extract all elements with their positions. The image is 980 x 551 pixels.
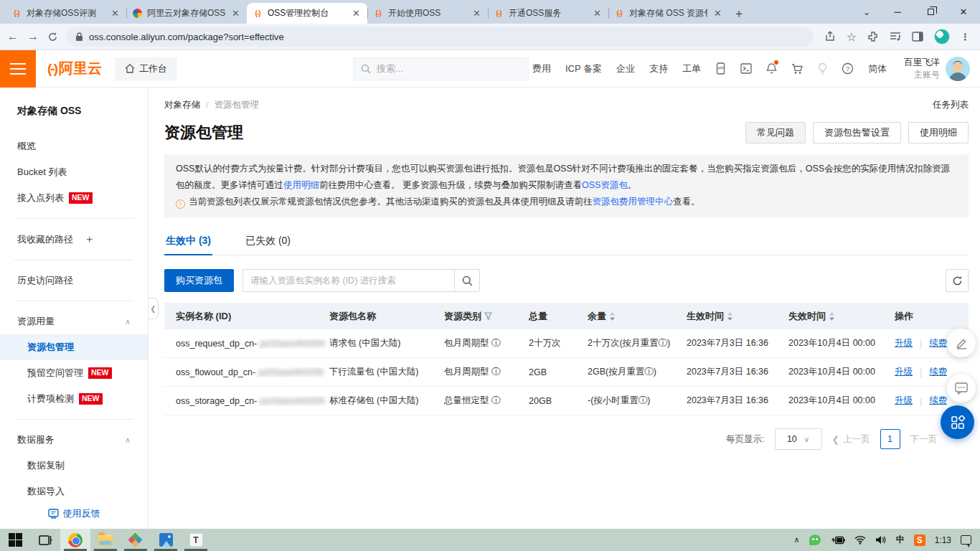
prev-page-button[interactable]: ❮ 上一页	[832, 433, 870, 446]
tab-close-icon[interactable]: ✕	[350, 8, 362, 19]
user-block[interactable]: 百里飞洋 主账号	[904, 57, 970, 81]
buy-package-button[interactable]: 购买资源包	[164, 269, 234, 292]
forward-icon[interactable]: →	[27, 30, 39, 43]
wifi-icon[interactable]	[854, 535, 866, 545]
renew-link[interactable]: 续费	[929, 366, 947, 378]
tray-expand-icon[interactable]: ∧	[794, 535, 800, 545]
sort-icon[interactable]	[727, 312, 733, 321]
hamburger-menu-icon[interactable]	[0, 50, 36, 88]
tab-close-icon[interactable]: ✕	[712, 8, 724, 19]
support-chat-button[interactable]	[947, 374, 976, 402]
side-panel-icon[interactable]	[912, 32, 923, 42]
nav-link-icp[interactable]: ICP 备案	[565, 62, 602, 75]
tab-expired[interactable]: 已失效 (0)	[244, 227, 292, 255]
sort-icon[interactable]	[609, 312, 616, 321]
extensions-puzzle-icon[interactable]	[867, 31, 879, 42]
browser-tab-2[interactable]: 阿里云对象存储OSS评 ✕	[126, 3, 247, 24]
upgrade-link[interactable]: 升级	[895, 337, 913, 349]
tab-search-chevron-icon[interactable]: ⌄	[852, 7, 881, 17]
sidebar-group-usage[interactable]: 资源用量 ∧	[0, 309, 148, 334]
workbench-button[interactable]: 工作台	[115, 57, 177, 80]
share-icon[interactable]	[824, 31, 836, 42]
taskbar-file-explorer[interactable]	[90, 529, 121, 551]
task-view-button[interactable]	[30, 529, 60, 551]
sidebar-item-package-mgmt[interactable]: 资源包管理	[0, 334, 148, 360]
refresh-button[interactable]	[946, 269, 969, 292]
nav-link-support[interactable]: 支持	[649, 62, 668, 75]
clock[interactable]: 1:13	[935, 535, 951, 545]
add-favorite-icon[interactable]: ＋	[84, 232, 95, 246]
task-list-link[interactable]: 任务列表	[933, 99, 969, 111]
action-center-icon[interactable]	[961, 535, 971, 545]
sidebar-item-data-import[interactable]: 数据导入	[0, 479, 148, 504]
bookmark-star-icon[interactable]: ☆	[847, 30, 857, 44]
terminal-icon[interactable]	[740, 63, 752, 74]
upgrade-link[interactable]: 升级	[895, 395, 913, 407]
tab-close-icon[interactable]: ✕	[109, 8, 121, 19]
browser-tab-1[interactable]: 对象存储OSS评测 ✕	[6, 3, 126, 24]
browser-tab-6[interactable]: 对象存储 OSS 资源包 ✕	[608, 3, 729, 24]
quick-nav-button[interactable]	[941, 405, 974, 439]
feedback-button[interactable]: 使用反馈	[0, 507, 148, 520]
renew-link[interactable]: 续费	[929, 337, 947, 349]
taskbar-text-app[interactable]: T	[181, 529, 211, 551]
filter-funnel-icon[interactable]	[484, 312, 492, 320]
browser-tab-4[interactable]: 开始使用OSS ✕	[367, 3, 488, 24]
oss-package-link[interactable]: OSS资源包	[582, 180, 628, 190]
lightbulb-icon[interactable]	[818, 62, 827, 75]
wechat-icon[interactable]	[809, 534, 821, 545]
next-page-button[interactable]: 下一页	[910, 433, 938, 446]
browser-profile-avatar[interactable]	[934, 29, 950, 44]
tab-close-icon[interactable]: ✕	[471, 8, 483, 19]
sidebar-item-data-copy[interactable]: 数据复制	[0, 453, 148, 479]
sidebar-collapse-handle[interactable]: ❮	[149, 298, 159, 319]
volume-icon[interactable]	[875, 535, 887, 545]
browser-tab-5[interactable]: 开通OSS服务 ✕	[488, 3, 608, 24]
sidebar-item-reserved-space[interactable]: 预留空间管理 NEW	[0, 360, 148, 386]
sidebar-item-bucket-list[interactable]: Bucket 列表	[0, 159, 148, 185]
media-controls-icon[interactable]	[890, 32, 901, 42]
console-search-input[interactable]: 搜索...	[353, 57, 529, 80]
window-close-button[interactable]: ✕	[947, 0, 980, 24]
sidebar-group-data-service[interactable]: 数据服务 ∧	[0, 427, 148, 453]
browser-tab-active[interactable]: OSS管理控制台 ✕	[247, 3, 367, 24]
nav-link-enterprise[interactable]: 企业	[616, 62, 635, 75]
taskbar-photos[interactable]	[151, 529, 181, 551]
url-field[interactable]: oss.console.aliyun.com/package?sort=effe…	[67, 27, 813, 47]
alert-settings-button[interactable]: 资源包告警设置	[813, 122, 901, 143]
per-page-select[interactable]: 10 ∨	[775, 428, 822, 450]
browser-menu-icon[interactable]: ⋮	[961, 32, 970, 42]
tab-close-icon[interactable]: ✕	[591, 8, 603, 19]
sidebar-item-access-point[interactable]: 接入点列表 NEW	[0, 185, 148, 211]
language-toggle[interactable]: 简体	[868, 62, 887, 75]
nav-link-billing[interactable]: 费用	[532, 62, 551, 75]
sidebar-item-history[interactable]: 历史访问路径	[0, 268, 148, 293]
ime-indicator[interactable]: 中	[896, 534, 905, 546]
feedback-edit-button[interactable]	[947, 329, 976, 357]
faq-button[interactable]: 常见问题	[745, 122, 806, 143]
package-billing-center-link[interactable]: 资源包费用管理中心	[593, 197, 674, 207]
aliyun-logo[interactable]: (-) 阿里云	[36, 59, 115, 78]
back-icon[interactable]: ←	[7, 30, 19, 43]
tab-effective[interactable]: 生效中 (3)	[164, 227, 212, 255]
app-icon[interactable]: APP	[715, 62, 726, 75]
sogou-icon[interactable]: S	[914, 534, 925, 546]
renew-link[interactable]: 续费	[929, 395, 947, 407]
sidebar-item-overview[interactable]: 概览	[0, 133, 148, 159]
battery-icon[interactable]	[830, 536, 845, 545]
avatar[interactable]	[946, 57, 970, 81]
page-number-current[interactable]: 1	[880, 429, 900, 449]
help-icon[interactable]: ?	[842, 62, 854, 75]
sort-icon[interactable]	[829, 312, 835, 321]
usage-detail-link[interactable]: 使用明细	[283, 180, 319, 190]
package-search-input[interactable]	[242, 269, 454, 292]
taskbar-app-diamonds[interactable]	[121, 529, 151, 551]
taskbar-chrome[interactable]	[60, 529, 90, 551]
upgrade-link[interactable]: 升级	[895, 366, 913, 378]
tab-close-icon[interactable]: ✕	[230, 8, 242, 19]
new-tab-button[interactable]: ＋	[729, 3, 749, 23]
start-button[interactable]	[0, 529, 30, 551]
search-submit-button[interactable]	[454, 269, 480, 292]
breadcrumb-object-storage[interactable]: 对象存储	[164, 99, 200, 111]
sidebar-item-favorites[interactable]: 我收藏的路径 ＋	[0, 226, 148, 253]
